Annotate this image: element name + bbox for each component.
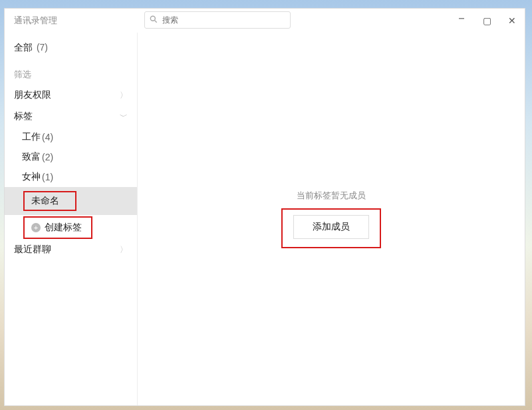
create-tag-row[interactable]: + 创建标签 <box>5 216 137 239</box>
empty-state-text: 当前标签暂无成员 <box>281 190 381 202</box>
all-count: (7) <box>37 42 48 53</box>
all-label: 全部 <box>14 42 33 53</box>
window-title: 通讯录管理 <box>14 15 57 27</box>
highlight-box-add-member: 添加成员 <box>281 208 381 248</box>
sidebar-item-tags[interactable]: 标签 ﹀ <box>5 106 137 127</box>
highlight-box-create: + 创建标签 <box>23 216 92 239</box>
close-button[interactable]: ✕ <box>499 9 525 33</box>
minimize-button[interactable]: － <box>449 6 474 30</box>
sidebar: 全部 (7) 筛选 朋友权限 〉 标签 ﹀ 工作 (4) 致富 (2) <box>5 33 138 405</box>
tag-item-label: 工作 <box>22 131 41 143</box>
content: 全部 (7) 筛选 朋友权限 〉 标签 ﹀ 工作 (4) 致富 (2) <box>5 33 525 405</box>
sidebar-item-recent-groups[interactable]: 最近群聊 〉 <box>5 239 137 260</box>
svg-line-1 <box>155 21 157 23</box>
create-tag-label: 创建标签 <box>45 222 82 234</box>
main-panel: 当前标签暂无成员 添加成员 <box>138 33 525 405</box>
search-wrap <box>144 11 291 29</box>
plus-icon: + <box>31 223 41 232</box>
window-controls: － ▢ ✕ <box>449 9 525 33</box>
tag-item-label: 女神 <box>22 171 41 183</box>
tag-item-work[interactable]: 工作 (4) <box>5 127 137 147</box>
chevron-right-icon: 〉 <box>120 244 128 256</box>
sidebar-item-friend-permission[interactable]: 朋友权限 〉 <box>5 85 137 106</box>
tag-item-count: (1) <box>42 172 53 182</box>
sidebar-item-all[interactable]: 全部 (7) <box>5 35 137 61</box>
search-icon <box>149 15 158 24</box>
create-tag-inner: + 创建标签 <box>25 218 91 238</box>
search-input[interactable] <box>144 11 291 29</box>
svg-point-0 <box>150 16 155 21</box>
chevron-down-icon: ﹀ <box>120 111 128 122</box>
tags-label: 标签 <box>14 110 33 122</box>
empty-state: 当前标签暂无成员 添加成员 <box>281 190 381 248</box>
add-member-button[interactable]: 添加成员 <box>293 215 369 239</box>
tag-item-unnamed[interactable]: 未命名 <box>5 187 137 215</box>
tag-item-label: 未命名 <box>31 195 59 207</box>
recent-group-label: 最近群聊 <box>14 244 51 256</box>
tag-item-count: (2) <box>42 152 53 162</box>
app-window: 通讯录管理 － ▢ ✕ 全部 (7) 筛选 朋友权限 〉 标签 ﹀ <box>4 8 525 406</box>
tag-item-count: (4) <box>42 132 53 142</box>
chevron-right-icon: 〉 <box>120 90 128 101</box>
tag-item-unnamed-inner: 未命名 <box>25 192 75 210</box>
maximize-button[interactable]: ▢ <box>474 9 499 33</box>
tag-item-goddess[interactable]: 女神 (1) <box>5 167 137 187</box>
tag-list: 工作 (4) 致富 (2) 女神 (1) 未命名 <box>5 127 137 239</box>
tag-item-rich[interactable]: 致富 (2) <box>5 147 137 167</box>
filter-section-label: 筛选 <box>5 61 137 85</box>
highlight-box-unnamed: 未命名 <box>23 191 76 211</box>
tag-item-label: 致富 <box>22 151 41 163</box>
friend-perm-label: 朋友权限 <box>14 89 51 101</box>
